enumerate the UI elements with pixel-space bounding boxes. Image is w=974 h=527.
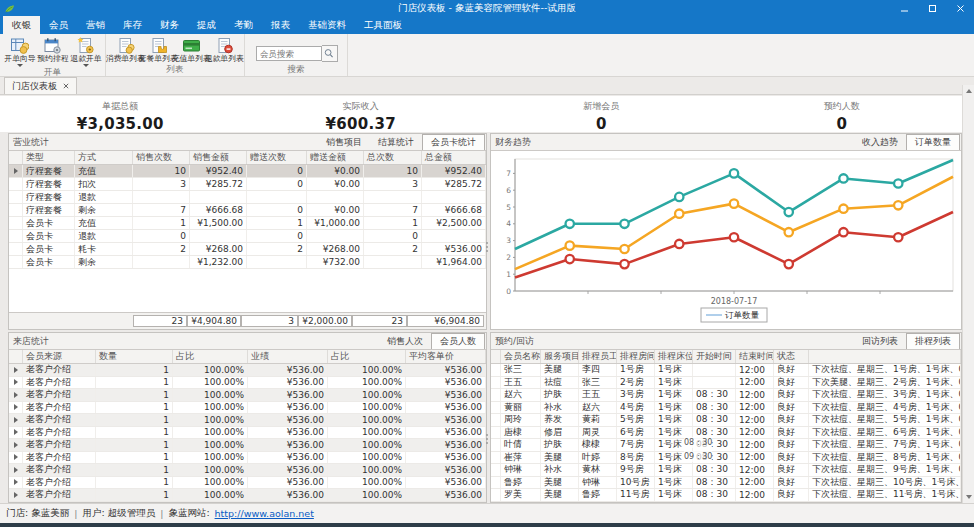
column-header[interactable]: 销售金额: [190, 151, 247, 164]
ribbon-tab-9[interactable]: 工具面板: [355, 16, 411, 34]
ribbon-tab-5[interactable]: 提成: [188, 16, 225, 34]
kpi-value: ¥600.37: [241, 115, 482, 133]
column-header[interactable]: 排程员工: [579, 350, 617, 363]
table-row[interactable]: 会员卡充值1¥1,500.001¥1,000.001¥2,500.00: [9, 217, 486, 230]
refund-list-button[interactable]: 退款单列表: [208, 36, 241, 63]
vertical-scrollbar[interactable]: [962, 85, 974, 503]
table-row[interactable]: 崔萍美腿叶婷8号房1号床08：3012:00良好下次祛痘、星期三、8号房、1号床…: [491, 452, 961, 465]
table-row[interactable]: 疗程套餐退款: [9, 191, 486, 204]
column-header[interactable]: 数量: [96, 350, 173, 363]
schedule-button[interactable]: 预约排程: [36, 36, 69, 63]
svg-text:3: 3: [506, 236, 511, 245]
table-cell: 剩余: [75, 204, 133, 216]
table-cell: 1号床: [655, 414, 693, 426]
table-row[interactable]: 老客户介绍1100.00%¥536.00100.00%¥536.00: [9, 489, 486, 502]
table-row[interactable]: 鲁婷美腿钟琳10号房1号床08：3012:00良好下次祛痘、星期三、10号房、1…: [491, 477, 961, 490]
close-icon[interactable]: [946, 0, 974, 16]
column-header[interactable]: 会员名称: [501, 350, 541, 363]
table-row[interactable]: 老客户介绍1100.00%¥536.00100.00%¥536.00: [9, 402, 486, 415]
splitter-handle[interactable]: [485, 434, 489, 444]
column-header[interactable]: 结束时间: [736, 350, 774, 363]
column-header[interactable]: 排程床位: [655, 350, 693, 363]
table-cell: 退款: [75, 230, 133, 242]
column-header[interactable]: 状态: [774, 350, 809, 363]
table-row[interactable]: 老客户介绍1100.00%¥536.00100.00%¥536.00: [9, 364, 486, 377]
scroll-down-icon[interactable]: [966, 495, 972, 499]
tab-business_stats-2[interactable]: 会员卡统计: [422, 134, 485, 150]
refund-open-button[interactable]: 退款开单: [69, 36, 102, 67]
column-header[interactable]: 方式: [75, 151, 133, 164]
package-list-button[interactable]: 套餐单列表: [142, 36, 175, 63]
ribbon-tab-6[interactable]: 考勤: [225, 16, 262, 34]
status-site-link[interactable]: http://www.aolan.net: [215, 508, 314, 519]
table-cell: ¥536.00: [406, 402, 486, 414]
column-header[interactable]: 占比: [328, 350, 406, 363]
column-header[interactable]: 赠送次数: [247, 151, 307, 164]
ribbon-tab-2[interactable]: 营销: [77, 16, 114, 34]
order-wizard-button[interactable]: 开单向导: [3, 36, 36, 67]
ribbon-tab-3[interactable]: 库存: [114, 16, 151, 34]
table-row[interactable]: 王五祛痘张三2号房1号床12:00良好下次美腿、星期三、2号房、1号床、09：0…: [491, 377, 961, 390]
table-row[interactable]: 疗程套餐充值10¥952.400¥0.0010¥952.40: [9, 165, 486, 178]
table-row[interactable]: 会员卡退款000: [9, 230, 486, 243]
minimize-icon[interactable]: [890, 0, 918, 16]
table-row[interactable]: 老客户介绍1100.00%¥536.00100.00%¥536.00: [9, 439, 486, 452]
table-row[interactable]: 赵六护肤王五3号房1号床08：3012:00良好下次祛痘、星期三、3号房、1号床…: [491, 389, 961, 402]
column-header[interactable]: 赠送金额: [307, 151, 364, 164]
table-cell: ¥536.00: [406, 452, 486, 464]
table-row[interactable]: 唐棣修眉周灵6号房1号床08：3012:00良好下次祛痘、星期三、6号房、1号床…: [491, 427, 961, 440]
table-row[interactable]: 张三美腿李四1号房1号床12:00良好下次祛痘、星期三、1号房、1号床、09：0…: [491, 364, 961, 377]
table-row[interactable]: 老客户介绍1100.00%¥536.00100.00%¥536.00: [9, 389, 486, 402]
column-header[interactable]: [809, 350, 961, 363]
table-row[interactable]: 会员卡耗卡2¥268.002¥268.002¥536.00: [9, 243, 486, 256]
table-row[interactable]: 周玲养发黄莉5号房1号床08：3012:00良好下次祛痘、星期三、5号房、1号床…: [491, 414, 961, 427]
table-row[interactable]: 钟琳补水黄林9号房1号床08：3012:00良好下次祛痘、星期三、9号房、1号床…: [491, 464, 961, 477]
maximize-icon[interactable]: [918, 0, 946, 16]
column-header[interactable]: 占比: [173, 350, 248, 363]
tab-business_stats-1[interactable]: 结算统计: [370, 134, 422, 150]
tab-appointments-1[interactable]: 排程列表: [906, 333, 960, 349]
recharge-list-button[interactable]: 充值单列表: [175, 36, 208, 63]
table-row[interactable]: 老客户介绍1100.00%¥536.00100.00%¥536.00: [9, 464, 486, 477]
column-header[interactable]: 销售次数: [133, 151, 190, 164]
column-header[interactable]: 平均客单价: [406, 350, 486, 363]
table-cell: 1号床: [655, 477, 693, 489]
column-header[interactable]: 类型: [23, 151, 75, 164]
tab-finance_trend-1[interactable]: 订单数量: [906, 134, 960, 150]
consume-list-button[interactable]: 消费单列表: [109, 36, 142, 63]
table-row[interactable]: 黄丽补水赵六4号房1号床08：3012:00良好下次祛痘、星期三、4号房、1号床…: [491, 402, 961, 415]
document-tab-dashboard[interactable]: 门店仪表板: [4, 77, 77, 94]
column-header[interactable]: 排程房间: [617, 350, 655, 363]
table-row[interactable]: 老客户介绍1100.00%¥536.00100.00%¥536.00: [9, 377, 486, 390]
table-row[interactable]: 叶倩护肤棣棣7号房1号床08：3012:00良好下次祛痘、星期三、7号房、1号床…: [491, 439, 961, 452]
tab-business_stats-0[interactable]: 销售项目: [318, 134, 370, 150]
column-header[interactable]: 会员来源: [23, 350, 96, 363]
table-row[interactable]: 老客户介绍1100.00%¥536.00100.00%¥536.00: [9, 452, 486, 465]
table-row[interactable]: 会员卡剩余¥1,232.00¥732.00¥1,964.00: [9, 256, 486, 269]
scroll-up-icon[interactable]: [966, 89, 972, 93]
table-row[interactable]: 老客户介绍1100.00%¥536.00100.00%¥536.00: [9, 477, 486, 490]
splitter-handle[interactable]: [485, 242, 489, 252]
search-button[interactable]: [322, 45, 338, 62]
table-row[interactable]: 疗程套餐剩余7¥666.680¥0.007¥666.68: [9, 204, 486, 217]
column-header[interactable]: 业绩: [248, 350, 328, 363]
ribbon-tab-4[interactable]: 财务: [151, 16, 188, 34]
ribbon-tab-1[interactable]: 会员: [40, 16, 77, 34]
tab-finance_trend-0[interactable]: 收入趋势: [854, 134, 906, 150]
ribbon-tab-0[interactable]: 收银: [3, 16, 40, 34]
member-search-input[interactable]: [256, 46, 322, 61]
table-row[interactable]: 老客户介绍1100.00%¥536.00100.00%¥536.00: [9, 427, 486, 440]
tab-visit_stats-1[interactable]: 会员人数: [431, 333, 485, 349]
column-header[interactable]: 开始时间: [693, 350, 736, 363]
table-row[interactable]: 罗美美腿鲁婷11号房1号床08：3012:00良好下次祛痘、星期三、11号房、1…: [491, 489, 961, 502]
column-header[interactable]: 总金额: [422, 151, 486, 164]
tab-close-icon[interactable]: [63, 83, 69, 89]
tab-appointments-0[interactable]: 回访列表: [854, 333, 906, 349]
table-row[interactable]: 老客户介绍1100.00%¥536.00100.00%¥536.00: [9, 414, 486, 427]
table-row[interactable]: 疗程套餐扣次3¥285.720¥0.003¥285.72: [9, 178, 486, 191]
column-header[interactable]: 服务项目: [541, 350, 579, 363]
ribbon-tab-8[interactable]: 基础资料: [299, 16, 355, 34]
column-header[interactable]: 总次数: [364, 151, 422, 164]
ribbon-tab-7[interactable]: 报表: [262, 16, 299, 34]
tab-visit_stats-0[interactable]: 销售人次: [379, 333, 431, 349]
